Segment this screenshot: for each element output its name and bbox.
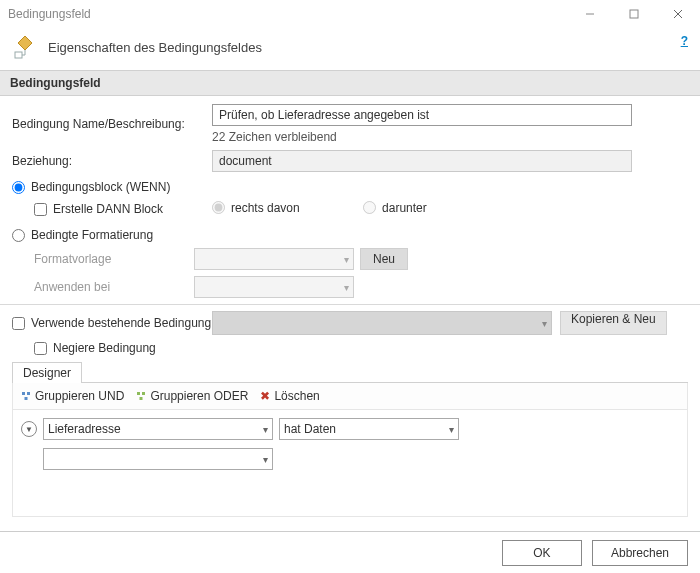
relation-field: document (212, 150, 632, 172)
chevron-down-icon: ▾ (542, 318, 547, 329)
radio-block-wenn[interactable]: Bedingungsblock (WENN) (12, 180, 688, 194)
radio-right-of-label: rechts davon (231, 201, 300, 215)
designer-toolbar: Gruppieren UND Gruppieren ODER ✖ Löschen (13, 383, 687, 410)
svg-rect-5 (15, 52, 22, 58)
delete-icon: ✖ (260, 389, 270, 403)
existing-condition-dropdown: ▾ (212, 311, 552, 335)
condition-name-input[interactable] (212, 104, 632, 126)
svg-rect-11 (137, 392, 140, 395)
maximize-icon (629, 9, 639, 19)
negate-label: Negiere Bedingung (53, 341, 156, 355)
create-then-input[interactable] (34, 203, 47, 216)
svg-marker-4 (18, 36, 32, 50)
designer-body: ▼ Lieferadresse ▾ hat Daten ▾ ▾ (13, 410, 687, 486)
empty-dropdown[interactable]: ▾ (43, 448, 273, 470)
create-then-label: Erstelle DANN Block (53, 202, 163, 216)
row-format-template: Formatvorlage ▾ Neu (12, 248, 688, 270)
row-use-existing: Verwende bestehende Bedingung ▾ Kopieren… (12, 311, 688, 335)
designer-tabstrip: Designer (12, 361, 688, 383)
use-existing-label: Verwende bestehende Bedingung (31, 316, 211, 330)
section-title: Bedingungsfeld (0, 70, 700, 96)
close-button[interactable] (656, 0, 700, 28)
use-existing-input[interactable] (12, 317, 25, 330)
row-create-then: Erstelle DANN Block rechts davon darunte… (12, 198, 688, 220)
row-apply-at: Anwenden bei ▾ (12, 276, 688, 298)
svg-rect-10 (25, 397, 28, 400)
radio-conditional-formatting-input[interactable] (12, 229, 25, 242)
chevron-down-icon: ▾ (344, 254, 349, 265)
close-icon (673, 9, 683, 19)
window-title: Bedingungsfeld (8, 7, 91, 21)
radio-below-label: darunter (382, 201, 427, 215)
separator (0, 304, 700, 305)
svg-rect-13 (140, 397, 143, 400)
radio-block-wenn-input[interactable] (12, 181, 25, 194)
apply-at-dropdown: ▾ (194, 276, 354, 298)
tab-designer[interactable]: Designer (12, 362, 82, 383)
relation-value: document (219, 154, 272, 168)
new-format-button: Neu (360, 248, 408, 270)
svg-rect-1 (630, 10, 638, 18)
group-and-icon (21, 391, 31, 401)
radio-right-of-input (212, 201, 225, 214)
field-value: Lieferadresse (48, 422, 121, 436)
help-button[interactable]: ? (681, 34, 688, 48)
copy-and-new-button: Kopieren & Neu (560, 311, 667, 335)
minimize-button[interactable] (568, 0, 612, 28)
field-dropdown[interactable]: Lieferadresse ▾ (43, 418, 273, 440)
collapse-toggle[interactable]: ▼ (21, 421, 37, 437)
label-name-desc: Bedingung Name/Beschreibung: (12, 117, 212, 131)
negate-input[interactable] (34, 342, 47, 355)
radio-conditional-formatting-label: Bedingte Formatierung (31, 228, 153, 242)
row-name-desc: Bedingung Name/Beschreibung: 22 Zeichen … (12, 104, 688, 144)
minimize-icon (585, 9, 595, 19)
negate-condition-checkbox[interactable]: Negiere Bedingung (34, 341, 688, 355)
create-then-checkbox[interactable]: Erstelle DANN Block (34, 202, 212, 216)
group-and-button[interactable]: Gruppieren UND (21, 389, 124, 403)
dialog-footer: OK Abbrechen (0, 531, 700, 573)
operator-value: hat Daten (284, 422, 336, 436)
label-relation: Beziehung: (12, 154, 212, 168)
chevron-down-icon: ▾ (263, 454, 268, 465)
condition-field-icon (12, 34, 38, 60)
svg-rect-8 (22, 392, 25, 395)
cancel-button[interactable]: Abbrechen (592, 540, 688, 566)
chevron-down-icon: ▾ (263, 424, 268, 435)
delete-button[interactable]: ✖ Löschen (260, 389, 319, 403)
label-apply-at: Anwenden bei (34, 280, 194, 294)
group-or-button[interactable]: Gruppieren ODER (136, 389, 248, 403)
use-existing-checkbox[interactable]: Verwende bestehende Bedingung (12, 316, 212, 330)
dialog-header: Eigenschaften des Bedingungsfeldes ? (0, 28, 700, 70)
radio-right-of: rechts davon (212, 201, 300, 215)
chevron-down-icon: ▾ (344, 282, 349, 293)
radio-below-input (363, 201, 376, 214)
designer-panel: Gruppieren UND Gruppieren ODER ✖ Löschen… (12, 383, 688, 517)
remaining-chars: 22 Zeichen verbleibend (212, 130, 688, 144)
dialog-title: Eigenschaften des Bedingungsfeldes (48, 40, 262, 55)
condition-row-empty: ▾ (21, 448, 679, 470)
label-format-template: Formatvorlage (34, 252, 194, 266)
maximize-button[interactable] (612, 0, 656, 28)
radio-below: darunter (363, 201, 427, 215)
group-or-icon (136, 391, 146, 401)
svg-rect-12 (142, 392, 145, 395)
window-titlebar: Bedingungsfeld (0, 0, 700, 28)
svg-rect-9 (27, 392, 30, 395)
chevron-down-icon: ▾ (449, 424, 454, 435)
radio-conditional-formatting[interactable]: Bedingte Formatierung (12, 228, 688, 242)
format-template-dropdown: ▾ (194, 248, 354, 270)
window-controls (568, 0, 700, 28)
operator-dropdown[interactable]: hat Daten ▾ (279, 418, 459, 440)
row-relation: Beziehung: document (12, 150, 688, 172)
condition-row: ▼ Lieferadresse ▾ hat Daten ▾ (21, 418, 679, 440)
ok-button[interactable]: OK (502, 540, 582, 566)
radio-block-wenn-label: Bedingungsblock (WENN) (31, 180, 170, 194)
dialog-body: Bedingung Name/Beschreibung: 22 Zeichen … (0, 96, 700, 521)
